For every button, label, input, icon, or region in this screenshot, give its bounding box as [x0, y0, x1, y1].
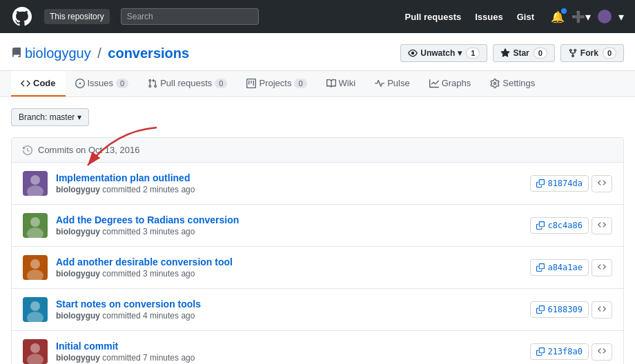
commit-hash-button[interactable]: c8c4a86 — [530, 217, 589, 234]
header-actions: 🔔 ➕▾ ▾ — [551, 10, 624, 23]
commit-message-link[interactable]: Implementation plan outlined — [56, 172, 522, 183]
repo-actions: Unwatch ▾ 1 Star 0 Fork 0 — [400, 44, 624, 70]
branch-selector[interactable]: Branch: master ▾ — [11, 108, 89, 126]
pull-request-icon — [148, 79, 157, 88]
commit-meta: biologyguy committed 7 minutes ago — [56, 353, 522, 363]
tab-graphs-label: Graphs — [442, 78, 471, 88]
tab-settings[interactable]: Settings — [480, 71, 545, 97]
tab-projects[interactable]: Projects 0 — [237, 71, 316, 97]
commit-actions: a84a1ae — [530, 259, 612, 276]
commit-avatar[interactable] — [23, 213, 48, 238]
clipboard-icon — [536, 179, 545, 188]
tab-pulse-label: Pulse — [387, 78, 410, 88]
gist-nav[interactable]: Gist — [517, 12, 534, 22]
repo-name-link[interactable]: conversions — [108, 46, 189, 61]
commits-section: Commits on Oct 13, 2016 Implementation p… — [11, 137, 624, 364]
repo-title: biologyguy / conversions — [11, 46, 189, 70]
commit-message-link[interactable]: Start notes on conversion tools — [56, 299, 522, 310]
tab-wiki[interactable]: Wiki — [317, 71, 366, 97]
tab-pulse[interactable]: Pulse — [365, 71, 420, 97]
commit-browse-button[interactable] — [592, 217, 612, 234]
commit-hash-button[interactable]: 6188309 — [530, 301, 589, 318]
commit-browse-button[interactable] — [592, 343, 612, 361]
pulse-icon — [375, 79, 384, 88]
commits-date-header: Commits on Oct 13, 2016 — [12, 138, 623, 163]
commit-meta: biologyguy committed 3 minutes ago — [56, 227, 522, 236]
github-logo-icon[interactable] — [11, 6, 33, 28]
code-brackets-icon — [598, 305, 606, 313]
tab-code[interactable]: Code — [11, 71, 66, 97]
commit-avatar[interactable] — [23, 255, 48, 280]
code-brackets-icon — [598, 347, 606, 355]
user-menu-chevron-icon[interactable]: ▾ — [618, 10, 624, 23]
commit-row: Start notes on conversion toolsbiologygu… — [12, 289, 623, 331]
svg-point-4 — [27, 228, 43, 238]
commit-avatar[interactable] — [23, 297, 48, 322]
tab-issues-badge: 0 — [116, 79, 128, 88]
commit-avatar[interactable] — [23, 171, 48, 196]
commits-date-text: Commits on Oct 13, 2016 — [38, 145, 139, 155]
commit-browse-button[interactable] — [592, 259, 612, 276]
repo-tabs: Code Issues 0 Pull requests 0 Projects 0… — [0, 71, 635, 97]
repo-book-icon — [11, 48, 22, 59]
svg-point-2 — [27, 185, 43, 196]
star-count: 0 — [534, 48, 547, 59]
commit-message-link[interactable]: Add the Degrees to Radians conversion — [56, 214, 522, 225]
tab-pullrequests[interactable]: Pull requests 0 — [138, 71, 237, 97]
repo-owner-link[interactable]: biologyguy — [25, 46, 91, 61]
code-icon — [21, 79, 30, 88]
issues-icon — [75, 79, 85, 88]
commit-hash-button[interactable]: 81874da — [530, 175, 589, 192]
star-button[interactable]: Star 0 — [493, 44, 554, 62]
tab-issues[interactable]: Issues 0 — [66, 71, 139, 97]
unwatch-count: 1 — [466, 48, 480, 59]
tab-settings-label: Settings — [502, 78, 535, 88]
svg-point-8 — [27, 312, 43, 322]
svg-point-1 — [30, 175, 40, 185]
commit-meta: biologyguy committed 4 minutes ago — [56, 311, 522, 321]
tab-projects-label: Projects — [259, 78, 291, 88]
commit-info: Add another desirable conversion toolbio… — [56, 256, 522, 279]
tab-wiki-label: Wiki — [339, 78, 356, 88]
branch-chevron-icon: ▾ — [77, 112, 81, 122]
commit-avatar[interactable] — [23, 339, 48, 364]
clipboard-icon — [536, 305, 545, 314]
history-icon — [23, 145, 32, 155]
this-repository-pill[interactable]: This repository — [44, 9, 110, 24]
commit-hash-button[interactable]: a84a1ae — [530, 259, 589, 276]
commit-message-link[interactable]: Add another desirable conversion tool — [56, 256, 522, 267]
commit-info: Initial commitbiologyguy committed 7 min… — [56, 341, 522, 363]
commit-hash-button[interactable]: 213f8a0 — [530, 343, 589, 360]
commit-actions: c8c4a86 — [530, 217, 612, 234]
svg-point-9 — [30, 343, 40, 353]
issues-nav[interactable]: Issues — [475, 12, 502, 22]
user-avatar[interactable] — [598, 10, 612, 23]
create-new-icon[interactable]: ➕▾ — [572, 10, 591, 23]
svg-point-3 — [30, 217, 40, 227]
search-input[interactable] — [121, 8, 259, 25]
repo-header: biologyguy / conversions Unwatch ▾ 1 Sta… — [0, 33, 635, 71]
code-brackets-icon — [598, 263, 606, 271]
unwatch-button[interactable]: Unwatch ▾ 1 — [400, 44, 487, 62]
settings-icon — [490, 79, 500, 88]
notification-dot — [561, 8, 567, 14]
tab-pullrequests-badge: 0 — [215, 79, 227, 88]
commit-browse-button[interactable] — [592, 301, 612, 318]
fork-icon — [568, 48, 578, 58]
graphs-icon — [429, 79, 439, 88]
tab-graphs[interactable]: Graphs — [420, 71, 481, 97]
header-nav: Pull requests Issues Gist — [405, 12, 534, 22]
commit-message-link[interactable]: Initial commit — [56, 341, 522, 352]
fork-button[interactable]: Fork 0 — [560, 44, 624, 62]
header: This repository Pull requests Issues Gis… — [0, 0, 635, 33]
notifications-icon[interactable]: 🔔 — [551, 10, 565, 23]
repo-separator: / — [94, 46, 106, 61]
svg-point-6 — [27, 270, 43, 280]
commit-row: Add the Degrees to Radians conversionbio… — [12, 205, 623, 247]
commit-browse-button[interactable] — [592, 175, 612, 192]
main-content: Branch: master ▾ Commits on Oct 13, 2016… — [0, 97, 635, 364]
svg-point-7 — [30, 301, 40, 311]
commit-info: Start notes on conversion toolsbiologygu… — [56, 299, 522, 321]
pull-requests-nav[interactable]: Pull requests — [405, 12, 462, 22]
commit-info: Add the Degrees to Radians conversionbio… — [56, 214, 522, 236]
